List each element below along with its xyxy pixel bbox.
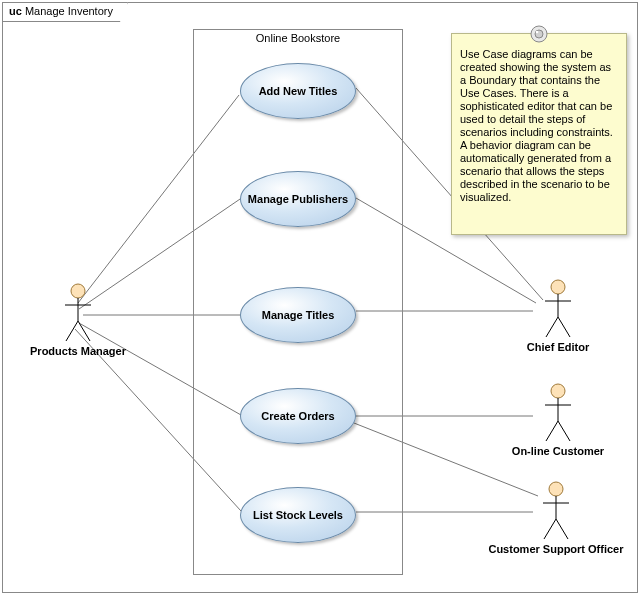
svg-line-25 — [558, 421, 570, 441]
svg-line-29 — [544, 519, 556, 539]
actor-icon — [541, 481, 571, 541]
diagram-title-prefix: uc — [9, 5, 22, 17]
svg-line-15 — [78, 321, 90, 341]
usecase-manage-publishers[interactable]: Manage Publishers — [240, 171, 356, 227]
actor-icon — [543, 279, 573, 339]
actor-customer-support-officer[interactable]: Customer Support Officer — [481, 481, 631, 555]
usecase-label: Manage Titles — [241, 309, 355, 322]
actor-label: Customer Support Officer — [481, 543, 631, 555]
note-element[interactable]: Use Case diagrams can be created showing… — [451, 33, 627, 235]
svg-point-11 — [71, 284, 85, 298]
diagram-title: uc Manage Inventory — [2, 2, 128, 22]
svg-line-19 — [546, 317, 558, 337]
diagram-frame: uc Manage Inventory Online Bookstore Add… — [2, 2, 638, 593]
svg-line-24 — [546, 421, 558, 441]
system-boundary-title: Online Bookstore — [194, 32, 402, 44]
usecase-label: List Stock Levels — [241, 509, 355, 522]
actor-chief-editor[interactable]: Chief Editor — [513, 279, 603, 353]
usecase-label: Manage Publishers — [241, 193, 355, 206]
svg-line-20 — [558, 317, 570, 337]
svg-line-30 — [556, 519, 568, 539]
svg-point-16 — [551, 280, 565, 294]
usecase-add-new-titles[interactable]: Add New Titles — [240, 63, 356, 119]
usecase-create-orders[interactable]: Create Orders — [240, 388, 356, 444]
usecase-manage-titles[interactable]: Manage Titles — [240, 287, 356, 343]
svg-line-14 — [66, 321, 78, 341]
note-text: Use Case diagrams can be created showing… — [460, 48, 613, 203]
actor-label: Chief Editor — [513, 341, 603, 353]
svg-point-26 — [549, 482, 563, 496]
actor-icon — [63, 283, 93, 343]
pin-icon — [530, 25, 548, 43]
actor-online-customer[interactable]: On-line Customer — [503, 383, 613, 457]
usecase-list-stock-levels[interactable]: List Stock Levels — [240, 487, 356, 543]
actor-products-manager[interactable]: Products Manager — [23, 283, 133, 357]
actor-label: On-line Customer — [503, 445, 613, 457]
usecase-label: Add New Titles — [241, 85, 355, 98]
svg-point-21 — [551, 384, 565, 398]
actor-icon — [543, 383, 573, 443]
diagram-title-text: Manage Inventory — [25, 5, 113, 17]
usecase-label: Create Orders — [241, 410, 355, 423]
svg-point-33 — [536, 31, 539, 34]
actor-label: Products Manager — [23, 345, 133, 357]
